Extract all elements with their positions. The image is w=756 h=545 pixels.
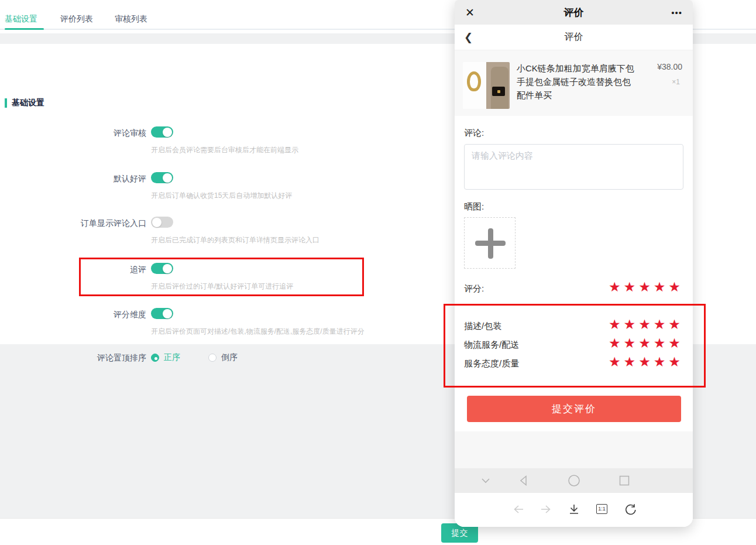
setting-description: 开启后评价过的订单/默认好评订单可进行追评 bbox=[151, 282, 293, 292]
toggle-order-comment-entry[interactable] bbox=[151, 217, 173, 228]
wechat-page-title: 评价 bbox=[455, 6, 693, 19]
star-rating-logistics-delivery[interactable]: ★★★★★ bbox=[609, 337, 683, 350]
photo-upload-button[interactable] bbox=[464, 217, 516, 269]
active-tab-underline bbox=[5, 28, 44, 30]
comment-label: 评论: bbox=[464, 128, 484, 139]
refresh-icon[interactable] bbox=[624, 503, 637, 516]
radio-descending-label[interactable]: 倒序 bbox=[221, 352, 238, 363]
product-image-model-side bbox=[486, 62, 510, 109]
android-home-icon[interactable] bbox=[568, 474, 580, 487]
more-menu-icon[interactable]: ••• bbox=[671, 8, 682, 17]
product-price: ¥38.00 bbox=[657, 62, 682, 71]
product-card[interactable]: 小CK链条加粗加宽单肩腋下包手提包金属链子改造替换包包配件单买 ¥38.00 ×… bbox=[455, 50, 693, 116]
android-back-icon[interactable] bbox=[517, 474, 530, 487]
comment-input[interactable] bbox=[464, 144, 683, 190]
photos-label: 晒图: bbox=[464, 201, 484, 212]
toggle-knob bbox=[163, 173, 172, 183]
setting-description: 开启后已完成订单的列表页和订单详情页显示评论入口 bbox=[151, 235, 319, 245]
gold-chain-graphic bbox=[467, 71, 481, 91]
dimension-label-description-packaging: 描述/包装 bbox=[464, 321, 501, 332]
setting-label: 追评 bbox=[0, 265, 146, 275]
toggle-rating-dimensions[interactable] bbox=[151, 308, 173, 319]
setting-label: 默认好评 bbox=[0, 174, 146, 184]
toggle-knob bbox=[152, 218, 161, 227]
back-chevron-icon[interactable]: ❮ bbox=[464, 32, 473, 43]
sort-radio-group: 正序 倒序 bbox=[151, 352, 266, 363]
dimension-label-service-quality: 服务态度/质量 bbox=[464, 358, 519, 369]
setting-label: 订单显示评论入口 bbox=[0, 218, 146, 229]
app-page-title: 评价 bbox=[455, 31, 693, 43]
tab-review-list[interactable]: 评价列表 bbox=[60, 14, 93, 25]
toggle-comment-audit[interactable] bbox=[151, 126, 173, 138]
toggle-knob bbox=[163, 128, 172, 137]
submit-review-button[interactable]: 提交评价 bbox=[467, 396, 681, 422]
toggle-knob bbox=[163, 264, 172, 273]
close-icon[interactable]: ✕ bbox=[465, 7, 475, 18]
dimension-label-logistics-delivery: 物流服务/配送 bbox=[464, 340, 519, 351]
history-back-icon[interactable] bbox=[512, 503, 525, 516]
star-rating-description-packaging[interactable]: ★★★★★ bbox=[609, 318, 683, 331]
star-rating-service-quality[interactable]: ★★★★★ bbox=[609, 355, 683, 369]
product-title: 小CK链条加粗加宽单肩腋下包手提包金属链子改造替换包包配件单买 bbox=[517, 61, 636, 102]
product-image bbox=[463, 62, 510, 109]
setting-description: 开启后会员评论需要后台审核后才能在前端显示 bbox=[151, 145, 298, 155]
product-quantity: ×1 bbox=[672, 78, 680, 86]
tab-audit-list[interactable]: 审核列表 bbox=[115, 14, 147, 25]
tab-basic-settings[interactable]: 基础设置 bbox=[5, 14, 37, 25]
mobile-preview-panel: ✕ 评价 ••• ❮ 评价 小CK链条加粗加宽单肩腋下包手提包金属链子改造替换包… bbox=[455, 0, 693, 527]
overall-star-rating[interactable]: ★★★★★ bbox=[609, 280, 683, 294]
section-title: 基础设置 bbox=[12, 98, 44, 108]
bag-clasp-graphic bbox=[497, 90, 500, 93]
collapse-chevron-icon[interactable] bbox=[479, 474, 492, 487]
preview-toolbar: 1:1 bbox=[455, 493, 693, 527]
wechat-title-bar: ✕ 评价 ••• bbox=[455, 0, 693, 25]
toggle-knob bbox=[163, 309, 172, 318]
setting-label: 评论审核 bbox=[0, 128, 146, 139]
setting-description: 开启后评价页面可对描述/包装,物流服务/配送,服务态度/质量进行评分 bbox=[151, 327, 365, 337]
phone-lower-background bbox=[455, 431, 693, 468]
toggle-follow-up-review[interactable] bbox=[151, 263, 173, 274]
product-image-chain-side bbox=[463, 62, 486, 109]
plus-icon bbox=[488, 228, 493, 259]
history-forward-icon[interactable] bbox=[539, 503, 552, 516]
android-nav-bar bbox=[455, 468, 693, 493]
toggle-default-good-review[interactable] bbox=[151, 172, 173, 183]
radio-ascending-label[interactable]: 正序 bbox=[164, 352, 180, 363]
section-accent-bar bbox=[5, 98, 7, 108]
setting-label: 评分维度 bbox=[0, 310, 146, 320]
radio-descending[interactable] bbox=[208, 354, 217, 362]
setting-label: 评论置顶排序 bbox=[0, 353, 146, 364]
radio-ascending[interactable] bbox=[151, 354, 159, 362]
android-recents-icon[interactable] bbox=[618, 474, 631, 487]
app-nav-bar: ❮ 评价 bbox=[455, 25, 693, 50]
actual-size-icon[interactable]: 1:1 bbox=[596, 504, 607, 514]
section-header: 基础设置 bbox=[5, 98, 44, 108]
rating-label: 评分: bbox=[464, 283, 484, 294]
download-icon[interactable] bbox=[568, 503, 580, 516]
setting-description: 开启后订单确认收货15天后自动增加默认好评 bbox=[151, 191, 292, 201]
